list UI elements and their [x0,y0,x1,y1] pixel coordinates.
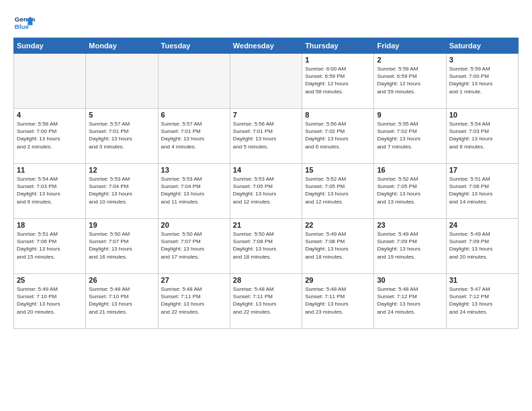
day-number: 18 [17,221,83,229]
day-number: 10 [449,111,515,119]
calendar-cell: 15Sunrise: 5:52 AM Sunset: 7:05 PM Dayli… [302,164,374,219]
calendar-cell: 4Sunrise: 5:58 AM Sunset: 7:00 PM Daylig… [14,109,86,164]
weekday-header-thursday: Thursday [302,38,374,54]
cell-text: Sunrise: 5:50 AM Sunset: 7:07 PM Dayligh… [89,230,154,261]
cell-text: Sunrise: 5:49 AM Sunset: 7:09 PM Dayligh… [377,230,443,261]
header: General Blue [13,12,519,34]
cell-text: Sunrise: 5:50 AM Sunset: 7:07 PM Dayligh… [161,230,227,261]
cell-text: Sunrise: 5:48 AM Sunset: 7:12 PM Dayligh… [377,285,443,316]
day-number: 11 [17,166,83,174]
day-number: 29 [305,276,371,284]
day-number: 31 [449,276,515,284]
calendar-cell: 23Sunrise: 5:49 AM Sunset: 7:09 PM Dayli… [374,219,446,274]
day-number: 23 [377,221,443,229]
calendar-cell [158,54,230,109]
calendar-cell: 2Sunrise: 5:59 AM Sunset: 6:59 PM Daylig… [374,54,446,109]
calendar-cell: 8Sunrise: 5:56 AM Sunset: 7:02 PM Daylig… [302,109,374,164]
cell-text: Sunrise: 5:57 AM Sunset: 7:01 PM Dayligh… [89,120,154,150]
day-number: 28 [233,276,299,284]
day-number: 2 [377,56,443,64]
weekday-header-tuesday: Tuesday [158,38,230,54]
cell-text: Sunrise: 5:49 AM Sunset: 7:09 PM Dayligh… [449,230,515,261]
cell-text: Sunrise: 5:53 AM Sunset: 7:04 PM Dayligh… [161,175,227,205]
day-number: 24 [449,221,515,229]
calendar-table: SundayMondayTuesdayWednesdayThursdayFrid… [13,38,519,329]
calendar-cell: 25Sunrise: 5:49 AM Sunset: 7:10 PM Dayli… [14,274,86,329]
calendar-cell: 3Sunrise: 5:59 AM Sunset: 7:00 PM Daylig… [446,54,518,109]
weekday-header-monday: Monday [86,38,158,54]
cell-text: Sunrise: 5:52 AM Sunset: 7:05 PM Dayligh… [377,175,443,205]
calendar-cell: 5Sunrise: 5:57 AM Sunset: 7:01 PM Daylig… [86,109,158,164]
cell-text: Sunrise: 5:59 AM Sunset: 7:00 PM Dayligh… [449,65,515,95]
day-number: 22 [305,221,371,229]
cell-text: Sunrise: 5:57 AM Sunset: 7:01 PM Dayligh… [161,120,227,150]
calendar-cell: 26Sunrise: 5:48 AM Sunset: 7:10 PM Dayli… [86,274,158,329]
day-number: 7 [233,111,299,119]
week-row-2: 4Sunrise: 5:58 AM Sunset: 7:00 PM Daylig… [14,109,519,164]
calendar-cell: 13Sunrise: 5:53 AM Sunset: 7:04 PM Dayli… [158,164,230,219]
cell-text: Sunrise: 5:48 AM Sunset: 7:11 PM Dayligh… [233,285,299,316]
calendar-cell: 11Sunrise: 5:54 AM Sunset: 7:03 PM Dayli… [14,164,86,219]
day-number: 15 [305,166,371,174]
weekday-header-row: SundayMondayTuesdayWednesdayThursdayFrid… [14,38,519,54]
calendar-cell: 7Sunrise: 5:56 AM Sunset: 7:01 PM Daylig… [230,109,302,164]
weekday-header-wednesday: Wednesday [230,38,302,54]
calendar-cell [230,54,302,109]
day-number: 1 [305,56,371,64]
cell-text: Sunrise: 5:56 AM Sunset: 7:02 PM Dayligh… [305,120,371,150]
logo-icon: General Blue [13,12,35,34]
week-row-3: 11Sunrise: 5:54 AM Sunset: 7:03 PM Dayli… [14,164,519,219]
calendar-cell: 9Sunrise: 5:55 AM Sunset: 7:02 PM Daylig… [374,109,446,164]
calendar-cell: 30Sunrise: 5:48 AM Sunset: 7:12 PM Dayli… [374,274,446,329]
cell-text: Sunrise: 5:59 AM Sunset: 6:59 PM Dayligh… [377,65,443,95]
day-number: 21 [233,221,299,229]
cell-text: Sunrise: 5:49 AM Sunset: 7:08 PM Dayligh… [305,230,371,261]
calendar-cell: 27Sunrise: 5:48 AM Sunset: 7:11 PM Dayli… [158,274,230,329]
calendar-cell: 17Sunrise: 5:51 AM Sunset: 7:06 PM Dayli… [446,164,518,219]
calendar-cell: 14Sunrise: 5:53 AM Sunset: 7:05 PM Dayli… [230,164,302,219]
day-number: 16 [377,166,443,174]
day-number: 27 [161,276,227,284]
cell-text: Sunrise: 6:00 AM Sunset: 6:59 PM Dayligh… [305,65,371,95]
week-row-1: 1Sunrise: 6:00 AM Sunset: 6:59 PM Daylig… [14,54,519,109]
calendar-cell: 22Sunrise: 5:49 AM Sunset: 7:08 PM Dayli… [302,219,374,274]
cell-text: Sunrise: 5:50 AM Sunset: 7:08 PM Dayligh… [233,230,299,261]
day-number: 6 [161,111,227,119]
day-number: 20 [161,221,227,229]
day-number: 14 [233,166,299,174]
calendar-cell [86,54,158,109]
day-number: 8 [305,111,371,119]
day-number: 30 [377,276,443,284]
cell-text: Sunrise: 5:51 AM Sunset: 7:06 PM Dayligh… [17,230,83,261]
cell-text: Sunrise: 5:54 AM Sunset: 7:03 PM Dayligh… [17,175,83,205]
svg-text:Blue: Blue [15,23,30,30]
week-row-4: 18Sunrise: 5:51 AM Sunset: 7:06 PM Dayli… [14,219,519,274]
cell-text: Sunrise: 5:54 AM Sunset: 7:03 PM Dayligh… [449,120,515,150]
weekday-header-saturday: Saturday [446,38,518,54]
day-number: 5 [89,111,154,119]
calendar-cell: 31Sunrise: 5:47 AM Sunset: 7:12 PM Dayli… [446,274,518,329]
cell-text: Sunrise: 5:52 AM Sunset: 7:05 PM Dayligh… [305,175,371,205]
day-number: 26 [89,276,154,284]
calendar-cell: 28Sunrise: 5:48 AM Sunset: 7:11 PM Dayli… [230,274,302,329]
cell-text: Sunrise: 5:53 AM Sunset: 7:05 PM Dayligh… [233,175,299,205]
weekday-header-sunday: Sunday [14,38,86,54]
cell-text: Sunrise: 5:48 AM Sunset: 7:10 PM Dayligh… [89,285,154,316]
day-number: 9 [377,111,443,119]
cell-text: Sunrise: 5:48 AM Sunset: 7:11 PM Dayligh… [305,285,371,316]
day-number: 4 [17,111,83,119]
cell-text: Sunrise: 5:51 AM Sunset: 7:06 PM Dayligh… [449,175,515,205]
calendar-cell: 20Sunrise: 5:50 AM Sunset: 7:07 PM Dayli… [158,219,230,274]
cell-text: Sunrise: 5:48 AM Sunset: 7:11 PM Dayligh… [161,285,227,316]
cell-text: Sunrise: 5:56 AM Sunset: 7:01 PM Dayligh… [233,120,299,150]
calendar-cell: 10Sunrise: 5:54 AM Sunset: 7:03 PM Dayli… [446,109,518,164]
calendar-cell: 6Sunrise: 5:57 AM Sunset: 7:01 PM Daylig… [158,109,230,164]
day-number: 13 [161,166,227,174]
cell-text: Sunrise: 5:49 AM Sunset: 7:10 PM Dayligh… [17,285,83,316]
cell-text: Sunrise: 5:47 AM Sunset: 7:12 PM Dayligh… [449,285,515,316]
day-number: 19 [89,221,154,229]
calendar-cell: 16Sunrise: 5:52 AM Sunset: 7:05 PM Dayli… [374,164,446,219]
cell-text: Sunrise: 5:58 AM Sunset: 7:00 PM Dayligh… [17,120,83,150]
week-row-5: 25Sunrise: 5:49 AM Sunset: 7:10 PM Dayli… [14,274,519,329]
calendar-cell [14,54,86,109]
